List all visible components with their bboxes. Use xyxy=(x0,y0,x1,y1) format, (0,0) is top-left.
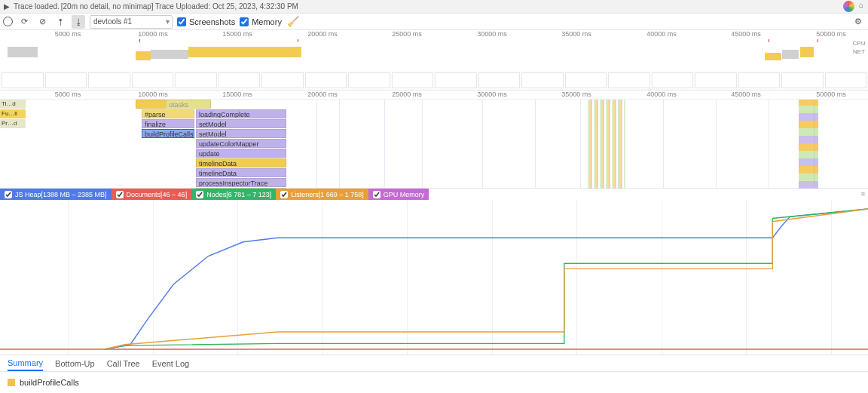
flame-ruler: 5000 ms10000 ms15000 ms20000 ms25000 ms3… xyxy=(0,91,868,100)
filmstrip-frame[interactable] xyxy=(2,72,44,88)
flame-entry[interactable]: buildProfileCalls xyxy=(142,129,194,138)
filmstrip-frame[interactable] xyxy=(175,72,217,88)
flame-entry[interactable]: setModel xyxy=(196,129,286,138)
memory-checkbox[interactable]: Memory xyxy=(240,17,282,26)
flame-entry[interactable]: finalize xyxy=(142,119,194,128)
ruler-tick: 50000 ms xyxy=(816,91,846,98)
overview-panel[interactable]: 5000 ms10000 ms15000 ms20000 ms25000 ms3… xyxy=(0,30,868,71)
tab-event-log[interactable]: Event Log xyxy=(152,359,190,368)
filmstrip-frame[interactable] xyxy=(261,72,304,88)
filmstrip-frame[interactable] xyxy=(565,72,607,88)
filmstrip-frame[interactable] xyxy=(305,72,347,88)
flame-tick xyxy=(663,100,664,188)
filmstrip-frame[interactable] xyxy=(435,72,477,88)
series-nodes xyxy=(104,209,868,349)
reload-button[interactable]: ⟳ xyxy=(17,15,31,29)
counter-checkbox[interactable] xyxy=(373,191,381,198)
filmstrip-frame[interactable] xyxy=(608,72,650,88)
flame-entry[interactable]: timelineData xyxy=(196,168,286,177)
tab-summary[interactable]: Summary xyxy=(8,355,43,371)
download-button[interactable]: ⭳ xyxy=(72,15,85,29)
flame-chart[interactable]: 5000 ms10000 ms15000 ms20000 ms25000 ms3… xyxy=(0,91,868,189)
chevron-down-icon: ▾ xyxy=(166,17,170,26)
info-bar: ▶ Trace loaded. [20m no detail, no minim… xyxy=(0,0,868,14)
flame-tick xyxy=(535,100,536,188)
ruler-tick: 25000 ms xyxy=(392,91,422,98)
cpu-label: CPU xyxy=(850,39,868,48)
flame-entry[interactable]: timelineData xyxy=(196,158,286,167)
home-icon[interactable]: ⌂ xyxy=(859,1,863,12)
hamburger-icon[interactable]: ≡ xyxy=(861,190,865,198)
flame-track-pill[interactable]: Fu…ll xyxy=(0,109,26,118)
flame-track-pill[interactable]: Pr…d xyxy=(0,119,26,128)
filmstrip-frame[interactable] xyxy=(219,72,261,88)
flame-track-labels: Ti…dFu…llPr…d xyxy=(0,100,26,129)
ruler-tick: 35000 ms xyxy=(561,30,591,38)
flame-tick xyxy=(339,100,340,188)
filmstrip-frame[interactable] xyxy=(695,72,737,88)
counter-checkbox[interactable] xyxy=(116,191,124,198)
ruler-tick: 30000 ms xyxy=(477,30,507,38)
memory-checkbox-input[interactable] xyxy=(240,17,249,26)
filmstrip-frame[interactable] xyxy=(781,72,824,88)
counter-js-heap[interactable]: JS Heap[1388 MB – 2385 MB] xyxy=(0,189,112,200)
filmstrip-frame[interactable] xyxy=(392,72,434,88)
ruler-tick: 10000 ms xyxy=(138,91,168,98)
filmstrip-frame[interactable] xyxy=(45,72,87,88)
ruler-tick: 5000 ms xyxy=(55,91,81,98)
ruler-tick: 40000 ms xyxy=(646,30,677,38)
filmstrip-frame[interactable] xyxy=(521,72,564,88)
flame-entry[interactable]: loadingComplete xyxy=(196,109,286,118)
record-button[interactable] xyxy=(3,17,13,26)
counter-nodes[interactable]: Nodes[6 781 – 7 123] xyxy=(191,189,276,200)
screenshots-label: Screenshots xyxy=(189,17,235,26)
overview-body[interactable] xyxy=(0,39,868,71)
clear-button[interactable]: ⊘ xyxy=(35,15,49,29)
screenshots-checkbox[interactable]: Screenshots xyxy=(177,17,235,26)
flame-entry[interactable]: #parse xyxy=(142,109,194,118)
tab-bottom-up[interactable]: Bottom-Up xyxy=(55,359,95,368)
counter-label: JS Heap[1388 MB – 2385 MB] xyxy=(15,191,107,198)
gc-button[interactable]: 🧹 xyxy=(286,15,300,29)
flame-entry[interactable]: update xyxy=(196,149,286,158)
filmstrip-frame[interactable] xyxy=(478,72,521,88)
counter-listeners[interactable]: Listeners[1 669 – 1 758] xyxy=(276,189,368,200)
flame-entry[interactable]: updateColorMapper xyxy=(196,139,286,148)
filmstrip-frame[interactable] xyxy=(348,72,390,88)
screenshots-checkbox-input[interactable] xyxy=(177,17,186,26)
counter-checkbox[interactable] xyxy=(196,191,203,198)
filmstrip-frame[interactable] xyxy=(738,72,781,88)
flame-entry[interactable]: setModel xyxy=(196,119,286,128)
summary-function-name: buildProfileCalls xyxy=(20,378,79,387)
ruler-tick: 15000 ms xyxy=(222,30,252,38)
tab-call-tree[interactable]: Call Tree xyxy=(107,359,140,368)
flame-track-pill[interactable]: Ti…d xyxy=(0,100,26,109)
upload-button[interactable]: ⭱ xyxy=(53,15,67,29)
context-select[interactable]: devtools #1 ▾ xyxy=(90,15,173,29)
flame-tick xyxy=(769,100,769,188)
screenshot-filmstrip[interactable] xyxy=(0,71,868,91)
flame-tick xyxy=(618,100,619,188)
flame-entry[interactable]: processInspectorTrace xyxy=(196,178,286,187)
counter-checkbox[interactable] xyxy=(5,191,12,198)
counter-documents[interactable]: Documents[46 – 46] xyxy=(112,189,192,200)
avatar-icon[interactable] xyxy=(843,1,854,12)
counter-checkbox[interactable] xyxy=(280,191,288,198)
flame-cluster xyxy=(588,100,625,189)
ruler-tick: 35000 ms xyxy=(561,91,591,98)
counter-label: Documents[46 – 46] xyxy=(127,191,188,198)
memory-label: Memory xyxy=(252,17,282,26)
filmstrip-frame[interactable] xyxy=(132,72,174,88)
filmstrip-frame[interactable] xyxy=(652,72,694,88)
filmstrip-frame[interactable] xyxy=(825,72,867,88)
counter-label: Nodes[6 781 – 7 123] xyxy=(206,191,271,198)
flame-entry[interactable]: otasks xyxy=(166,100,211,109)
settings-icon[interactable]: ⚙ xyxy=(851,15,865,29)
trace-loaded-text: Trace loaded. xyxy=(14,2,60,11)
memory-chart[interactable] xyxy=(0,200,868,355)
ruler-tick: 15000 ms xyxy=(222,91,252,98)
details-tabs: SummaryBottom-UpCall TreeEvent Log xyxy=(0,355,868,372)
filmstrip-frame[interactable] xyxy=(88,72,130,88)
counter-gpu-memory[interactable]: GPU Memory xyxy=(368,189,429,200)
play-icon[interactable]: ▶ xyxy=(0,2,14,11)
